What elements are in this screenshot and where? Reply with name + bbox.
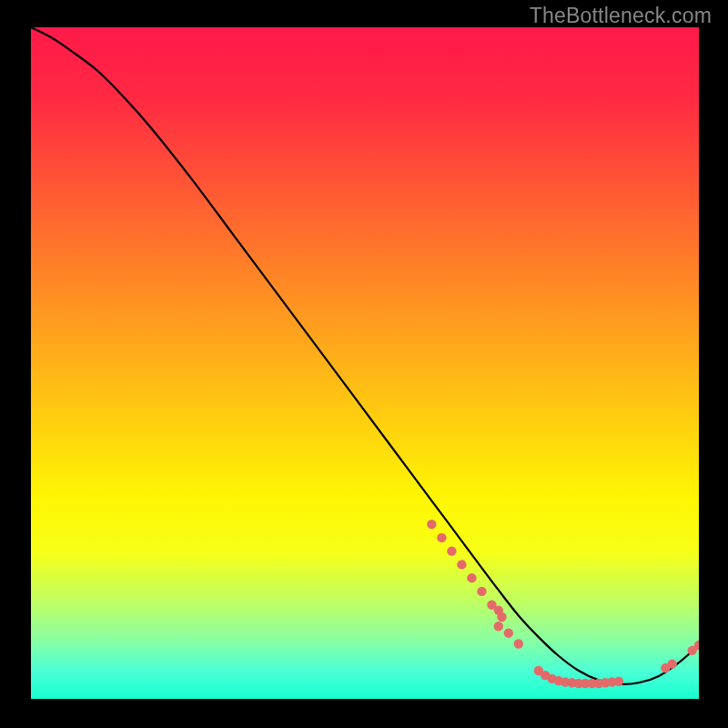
data-point — [457, 560, 466, 569]
chart-svg — [31, 27, 699, 699]
data-point — [437, 533, 446, 542]
data-point — [447, 546, 456, 555]
gradient-background — [31, 27, 699, 699]
chart-plot — [31, 27, 699, 699]
data-point — [504, 628, 513, 637]
data-point — [614, 677, 623, 686]
data-point — [667, 659, 676, 668]
watermark-text: TheBottleneck.com — [530, 4, 712, 28]
data-point — [427, 520, 436, 529]
data-point — [477, 587, 486, 596]
data-point — [494, 605, 503, 614]
data-point — [514, 639, 523, 648]
data-point — [494, 622, 503, 631]
data-point — [467, 573, 476, 582]
chart-frame: TheBottleneck.com — [0, 0, 728, 728]
